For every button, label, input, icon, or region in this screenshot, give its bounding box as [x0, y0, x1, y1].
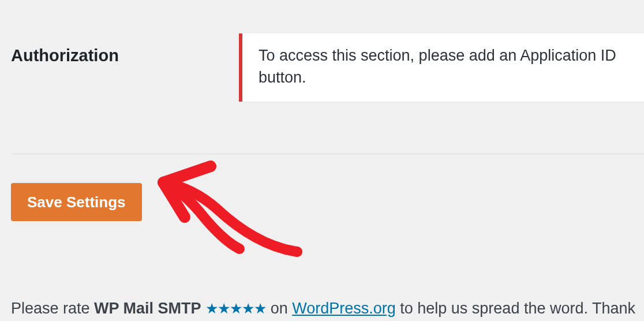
footer-prefix: Please rate: [11, 300, 94, 317]
footer-suffix: to help us spread the word. Thank: [396, 300, 635, 317]
footer-product-name: WP Mail SMTP: [94, 300, 201, 317]
footer-rating-text: Please rate WP Mail SMTP ★★★★★ on WordPr…: [11, 298, 644, 321]
save-settings-button[interactable]: Save Settings: [11, 183, 142, 221]
footer-mid: on: [266, 300, 292, 317]
rating-stars-icon[interactable]: ★★★★★: [205, 300, 266, 316]
wordpress-org-link[interactable]: WordPress.org: [292, 300, 396, 317]
authorization-label: Authorization: [11, 33, 239, 68]
authorization-notice: To access this section, please add an Ap…: [239, 33, 644, 102]
